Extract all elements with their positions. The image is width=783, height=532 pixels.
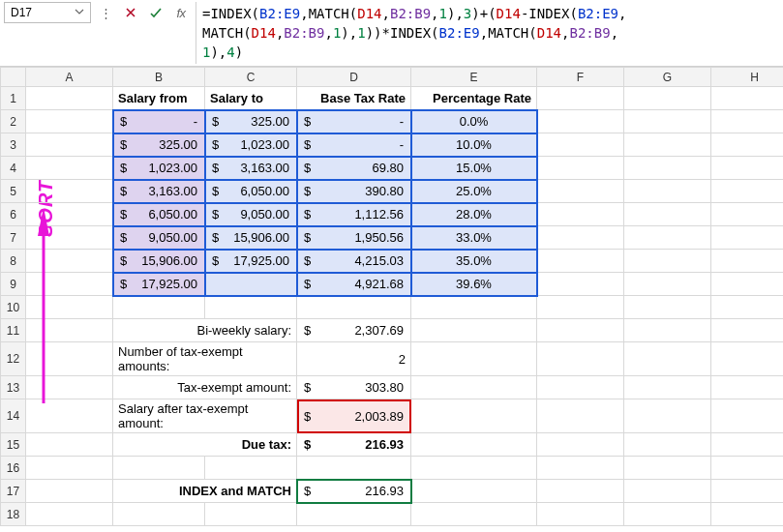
cell[interactable]: 15.0% (411, 157, 537, 180)
cell[interactable] (537, 296, 624, 319)
cell[interactable] (624, 296, 711, 319)
cell[interactable]: $1,112.56 (297, 203, 411, 226)
cell[interactable] (113, 457, 205, 480)
row-header[interactable]: 8 (1, 250, 26, 273)
cell[interactable]: Percentage Rate (411, 87, 537, 110)
cell[interactable]: 0.0% (411, 110, 537, 133)
cell[interactable] (624, 457, 711, 480)
row-header[interactable]: 17 (1, 480, 26, 503)
cell[interactable] (711, 203, 784, 226)
cell[interactable] (624, 273, 711, 296)
row-header[interactable]: 7 (1, 226, 26, 250)
cell[interactable] (26, 433, 113, 457)
cell[interactable]: $3,163.00 (113, 180, 205, 203)
cell[interactable] (297, 296, 411, 319)
row-header[interactable]: 4 (1, 157, 26, 180)
cell[interactable]: $1,950.56 (297, 226, 411, 250)
cell[interactable] (711, 376, 784, 399)
cell[interactable] (537, 87, 624, 110)
cell[interactable]: $69.80 (297, 157, 411, 180)
col-header[interactable]: B (113, 68, 205, 87)
cell[interactable] (711, 180, 784, 203)
cell[interactable]: $390.80 (297, 180, 411, 203)
cell[interactable] (624, 180, 711, 203)
cell[interactable] (26, 503, 113, 526)
cell[interactable]: $303.80 (297, 376, 411, 399)
row-header[interactable]: 9 (1, 273, 26, 296)
cancel-icon[interactable] (120, 2, 141, 23)
cell[interactable] (624, 203, 711, 226)
cell[interactable]: 10.0% (411, 133, 537, 157)
cell[interactable]: $6,050.00 (113, 203, 205, 226)
cell[interactable] (711, 157, 784, 180)
cell[interactable]: $325.00 (113, 133, 205, 157)
cell[interactable] (26, 250, 113, 273)
cell[interactable]: $4,921.68 (297, 273, 411, 296)
col-header[interactable]: G (624, 68, 711, 87)
cell[interactable] (411, 457, 537, 480)
cell[interactable]: $15,906.00 (113, 250, 205, 273)
row-header[interactable]: 15 (1, 433, 26, 457)
row-header[interactable]: 6 (1, 203, 26, 226)
cell[interactable] (26, 180, 113, 203)
row-header[interactable]: 1 (1, 87, 26, 110)
cell[interactable]: $- (113, 110, 205, 133)
cell[interactable]: INDEX and MATCH (113, 480, 297, 503)
cell[interactable] (711, 226, 784, 250)
cell[interactable] (205, 273, 297, 296)
cell[interactable] (624, 342, 711, 376)
cell[interactable]: $2,003.89 (297, 399, 411, 433)
cell[interactable]: $9,050.00 (113, 226, 205, 250)
cell[interactable]: 28.0% (411, 203, 537, 226)
col-header[interactable]: A (26, 68, 113, 87)
cell[interactable] (26, 399, 113, 433)
cell[interactable] (624, 319, 711, 342)
cell[interactable] (411, 480, 537, 503)
cell[interactable]: Salary after tax-exempt amount: (113, 399, 297, 433)
cell[interactable] (624, 110, 711, 133)
cell[interactable] (26, 319, 113, 342)
formula-input[interactable]: =INDEX(B2:E9,MATCH(D14,B2:B9,1),3)+(D14-… (196, 2, 779, 64)
cell[interactable]: $4,215.03 (297, 250, 411, 273)
col-header[interactable]: H (711, 68, 784, 87)
name-box[interactable]: D17 (4, 2, 91, 23)
cell[interactable] (711, 133, 784, 157)
cell[interactable]: Base Tax Rate (297, 87, 411, 110)
cell[interactable] (711, 250, 784, 273)
row-header[interactable]: 16 (1, 457, 26, 480)
cell[interactable]: Bi-weekly salary: (113, 319, 297, 342)
cell[interactable]: Salary to (205, 87, 297, 110)
cell[interactable]: $9,050.00 (205, 203, 297, 226)
cell[interactable]: Salary from (113, 87, 205, 110)
cell[interactable] (297, 457, 411, 480)
cell[interactable] (624, 399, 711, 433)
cell[interactable] (26, 296, 113, 319)
cell[interactable] (205, 457, 297, 480)
cell[interactable] (624, 480, 711, 503)
cell[interactable]: Number of tax-exempt amounts: (113, 342, 297, 376)
cell[interactable] (537, 226, 624, 250)
cell[interactable] (411, 296, 537, 319)
cell[interactable] (411, 503, 537, 526)
cell[interactable]: 2 (297, 342, 411, 376)
cell[interactable] (537, 457, 624, 480)
row-header[interactable]: 13 (1, 376, 26, 399)
cell[interactable]: $3,163.00 (205, 157, 297, 180)
cell[interactable] (537, 273, 624, 296)
cell[interactable] (26, 376, 113, 399)
cell[interactable] (537, 110, 624, 133)
cell[interactable] (537, 503, 624, 526)
cell[interactable]: $17,925.00 (205, 250, 297, 273)
cell[interactable] (537, 157, 624, 180)
cell[interactable]: $- (297, 133, 411, 157)
active-cell[interactable]: $216.93 (297, 480, 411, 503)
cell[interactable]: 25.0% (411, 180, 537, 203)
cell[interactable] (26, 133, 113, 157)
cell[interactable] (624, 250, 711, 273)
cell[interactable]: $1,023.00 (113, 157, 205, 180)
cell[interactable]: Due tax: (113, 433, 297, 457)
row-header[interactable]: 3 (1, 133, 26, 157)
cell[interactable] (113, 296, 205, 319)
cell[interactable]: 35.0% (411, 250, 537, 273)
cell[interactable] (537, 376, 624, 399)
